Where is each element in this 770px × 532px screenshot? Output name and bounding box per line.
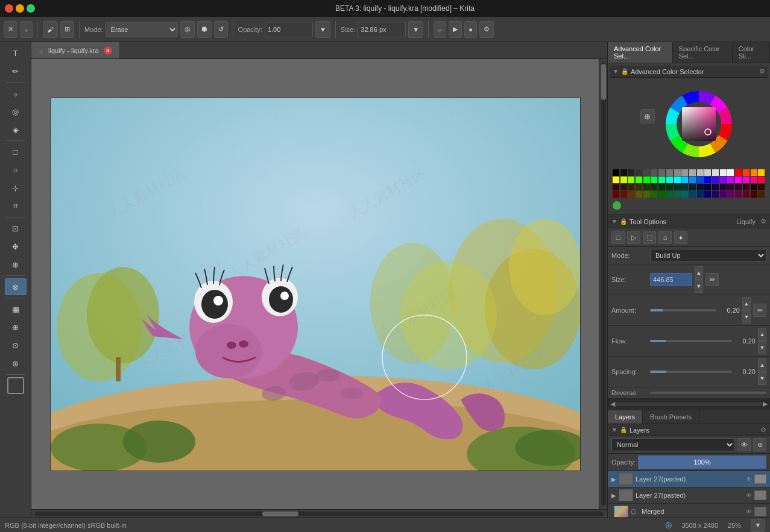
size-down-btn[interactable]: ▼ bbox=[695, 280, 703, 293]
layers-tab-layers[interactable]: Layers bbox=[608, 410, 643, 424]
minimize-window-btn[interactable] bbox=[16, 4, 24, 13]
tool-crop[interactable]: ⊡ bbox=[5, 220, 27, 237]
swatch[interactable] bbox=[651, 184, 657, 190]
swatch[interactable] bbox=[681, 184, 688, 190]
zoom-select-btn[interactable]: ▼ bbox=[751, 519, 765, 532]
swatch[interactable] bbox=[620, 191, 627, 198]
layer-visibility-icon-2[interactable]: 👁 bbox=[746, 492, 752, 499]
swatch[interactable] bbox=[743, 169, 749, 176]
swatch[interactable] bbox=[620, 177, 627, 183]
color-tab-advanced[interactable]: Advanced Color Sel... bbox=[608, 42, 673, 63]
swatch[interactable] bbox=[628, 184, 634, 190]
swatch[interactable] bbox=[620, 184, 627, 190]
swatch[interactable] bbox=[651, 177, 657, 183]
swatch[interactable] bbox=[674, 191, 681, 198]
swatch[interactable] bbox=[697, 191, 704, 198]
swatch[interactable] bbox=[751, 169, 757, 176]
color-panel-collapse-arrow[interactable]: ▼ bbox=[613, 68, 619, 75]
color-tab-specific[interactable]: Specific Color Sel... bbox=[673, 42, 733, 63]
canvas-vertical-scrollbar[interactable] bbox=[599, 59, 607, 509]
tool-pencil[interactable]: ✏ bbox=[5, 63, 27, 80]
swatch[interactable] bbox=[689, 191, 696, 198]
brush-tool-btn[interactable]: 🖌 bbox=[43, 21, 58, 38]
swatch[interactable] bbox=[712, 184, 719, 190]
canvas-scroll-area[interactable]: 人人素材社区 人人素材社区 人人素材社区 人人素材社区 人人素材社区 人人素材社… bbox=[31, 59, 599, 509]
swatch[interactable] bbox=[666, 177, 673, 183]
tool-gradient[interactable]: ▦ bbox=[5, 301, 27, 318]
swatch[interactable] bbox=[651, 191, 657, 198]
swatch[interactable] bbox=[636, 177, 642, 183]
layer-visibility-icon[interactable]: 👁 bbox=[746, 476, 752, 483]
swatch[interactable] bbox=[613, 184, 619, 190]
swatch[interactable] bbox=[674, 169, 681, 176]
swatch[interactable] bbox=[689, 169, 696, 176]
panel-scroll-right-btn[interactable]: ▶ bbox=[763, 400, 768, 408]
window-controls[interactable] bbox=[5, 4, 35, 13]
swatch[interactable] bbox=[704, 184, 711, 190]
swatch[interactable] bbox=[735, 177, 742, 183]
swatch[interactable] bbox=[689, 177, 696, 183]
swatch[interactable] bbox=[636, 191, 642, 198]
close-window-btn[interactable] bbox=[5, 4, 13, 13]
tool-smart-patch[interactable]: ⊛ bbox=[5, 355, 27, 372]
swatch[interactable] bbox=[743, 184, 749, 190]
swatch[interactable] bbox=[727, 191, 734, 198]
swatch[interactable] bbox=[628, 169, 634, 176]
swatch[interactable] bbox=[666, 184, 673, 190]
swatch[interactable] bbox=[674, 184, 681, 190]
tool-option-scale-icon[interactable]: ▷ bbox=[627, 231, 640, 244]
tool-option-move-icon[interactable]: □ bbox=[611, 231, 625, 244]
mode-option-select[interactable]: Build Up Move Scale Rotate bbox=[650, 249, 766, 262]
swatch[interactable] bbox=[666, 169, 673, 176]
swatch[interactable] bbox=[689, 184, 696, 190]
swatch[interactable] bbox=[658, 177, 665, 183]
color-wheel-svg[interactable] bbox=[660, 85, 738, 163]
layer-item[interactable]: ▶ Layer 27(pasted) 👁 bbox=[608, 487, 770, 504]
grid-btn[interactable]: ⊞ bbox=[60, 21, 74, 38]
swatch[interactable] bbox=[704, 177, 711, 183]
tool-options-settings-btn[interactable]: ⚙ bbox=[760, 217, 766, 225]
layers-opacity-bar[interactable]: 100% bbox=[638, 455, 766, 469]
swatch[interactable] bbox=[751, 177, 757, 183]
swatch[interactable] bbox=[727, 169, 734, 176]
tool-options-btn[interactable]: ▶ bbox=[449, 21, 462, 38]
canvas-tab-liquify[interactable]: ⬦ liquify - liquify.kra ✕ bbox=[31, 42, 120, 58]
tool-option-pin-icon[interactable]: ♦ bbox=[674, 231, 687, 244]
canvas-horizontal-scrollbar[interactable] bbox=[31, 509, 607, 518]
swatch[interactable] bbox=[727, 184, 734, 190]
tool-fg-color[interactable] bbox=[7, 377, 24, 394]
swatch[interactable] bbox=[681, 191, 688, 198]
swatch[interactable] bbox=[643, 191, 650, 198]
swatch[interactable] bbox=[636, 184, 642, 190]
settings-btn[interactable]: ⚙ bbox=[479, 21, 494, 38]
reverse-slider[interactable] bbox=[650, 392, 766, 394]
swatch[interactable] bbox=[720, 191, 727, 198]
panel-scroll-track[interactable] bbox=[615, 402, 763, 406]
swatch[interactable] bbox=[697, 177, 704, 183]
swatch[interactable] bbox=[643, 177, 650, 183]
amount-slider[interactable] bbox=[650, 309, 716, 311]
swatch[interactable] bbox=[697, 169, 704, 176]
size-up-btn[interactable]: ▲ bbox=[695, 266, 703, 280]
swatch[interactable] bbox=[658, 169, 665, 176]
opacity-input[interactable] bbox=[265, 22, 313, 37]
swatch[interactable] bbox=[704, 191, 711, 198]
spacing-up-btn[interactable]: ▲ bbox=[758, 358, 766, 372]
tab-close-btn[interactable]: ✕ bbox=[104, 46, 112, 55]
color-panel-settings-btn[interactable]: ⚙ bbox=[759, 67, 765, 75]
size-option-input[interactable] bbox=[650, 273, 692, 286]
swatch[interactable] bbox=[674, 177, 681, 183]
blend-mode-select[interactable]: Normal Multiply Screen Overlay bbox=[611, 438, 735, 451]
swatch[interactable] bbox=[735, 184, 742, 190]
tool-transform[interactable]: ⬦ bbox=[5, 85, 27, 102]
tool-option-3d-icon[interactable]: ⌂ bbox=[658, 231, 672, 244]
swatch[interactable] bbox=[751, 184, 757, 190]
swatch[interactable] bbox=[681, 169, 688, 176]
tool-move[interactable]: ✥ bbox=[5, 238, 27, 255]
swatch[interactable] bbox=[643, 169, 650, 176]
swatch[interactable] bbox=[758, 184, 765, 190]
layer-item[interactable]: ▶ Layer 27(pasted) 👁 bbox=[608, 471, 770, 487]
swatch[interactable] bbox=[727, 177, 734, 183]
swatch[interactable] bbox=[681, 177, 688, 183]
tool-colorize[interactable]: ⊙ bbox=[5, 337, 27, 354]
